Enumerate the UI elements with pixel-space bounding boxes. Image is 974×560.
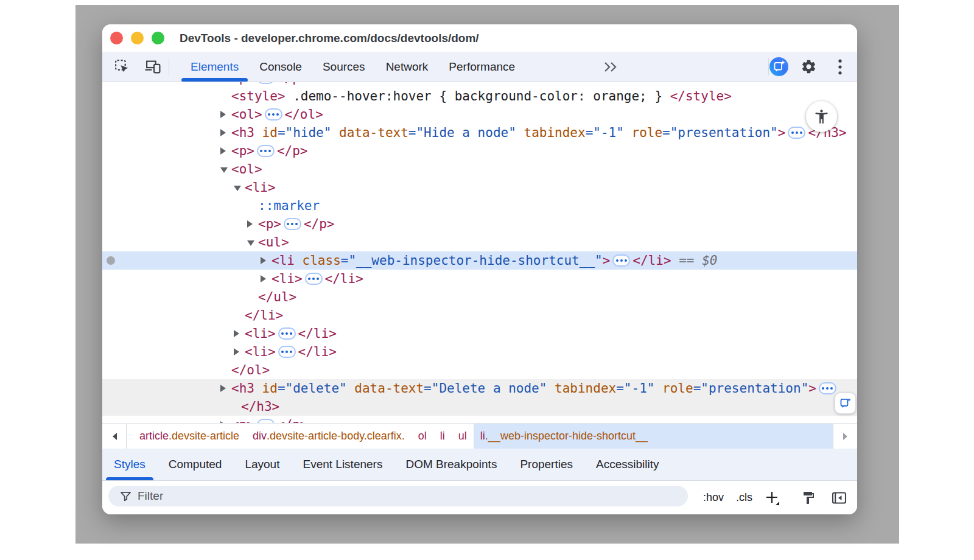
expand-arrow-icon[interactable] (220, 147, 226, 155)
device-toolbar-icon (145, 59, 161, 74)
tab-sources[interactable]: Sources (312, 52, 376, 82)
inline-expand-button[interactable] (257, 82, 275, 84)
code-token-tag: </p> (277, 144, 308, 158)
dock-panel-icon (832, 491, 847, 505)
inline-expand-button[interactable] (257, 145, 275, 157)
ai-assistant-icon (769, 57, 788, 76)
collapse-arrow-icon[interactable] (234, 186, 241, 191)
dom-tree-row[interactable]: </ol> (102, 361, 857, 379)
toggle-hov[interactable]: :hov (700, 489, 727, 506)
breadcrumb-item[interactable]: article.devsite-article (133, 424, 246, 449)
dom-tree-row[interactable]: </li> (102, 306, 857, 324)
dom-tree-row[interactable]: <h3 id="delete" data-text="Delete a node… (102, 379, 857, 397)
zoom-window-button[interactable] (152, 32, 164, 44)
code-token-value: ="-1" (616, 381, 654, 396)
dom-tree-row[interactable]: <p></p> (102, 142, 857, 160)
crumb-tag-name: ul (458, 430, 467, 443)
more-options-button[interactable] (830, 52, 850, 82)
inline-expand-button[interactable] (278, 346, 296, 358)
expand-arrow-icon[interactable] (234, 330, 239, 337)
more-tabs-button[interactable] (600, 52, 622, 82)
sidebar-tab-dom-breakpoints[interactable]: DOM Breakpoints (394, 449, 508, 480)
sidebar-tab-layout[interactable]: Layout (233, 449, 291, 480)
ai-assistance-floating-button[interactable] (835, 393, 856, 414)
tab-elements[interactable]: Elements (180, 52, 249, 82)
code-token-tag: </p> (304, 217, 335, 231)
inline-expand-button[interactable] (612, 254, 630, 267)
breadcrumb-item[interactable]: li.__web-inspector-hide-shortcut__ (474, 424, 833, 449)
expand-arrow-icon[interactable] (220, 129, 226, 136)
devtools-window: DevTools - developer.chrome.com/docs/dev… (102, 24, 857, 514)
expand-arrow-icon[interactable] (220, 111, 226, 118)
code-token-value: ="delete" (278, 381, 347, 396)
dom-tree-row[interactable]: </ul> (102, 288, 857, 306)
dom-tree-row[interactable]: <style> .demo--hover:hover { background-… (102, 87, 857, 105)
paint-roller-icon (801, 491, 816, 505)
dom-tree-row[interactable]: <li></li> (102, 270, 857, 288)
sidebar-tab-event-listeners[interactable]: Event Listeners (291, 449, 394, 480)
expand-arrow-icon[interactable] (247, 220, 253, 228)
close-window-button[interactable] (110, 32, 123, 44)
inline-expand-button[interactable] (819, 382, 836, 394)
breadcrumb-item[interactable]: ol (412, 424, 433, 449)
code-token-tag: <li> (245, 345, 276, 359)
expand-arrow-icon[interactable] (234, 348, 239, 355)
expand-arrow-icon[interactable] (261, 257, 266, 264)
code-token-value: ="presentation" (693, 381, 809, 396)
inline-expand-button[interactable] (305, 273, 323, 285)
sidebar-tab-accessibility[interactable]: Accessibility (584, 449, 670, 480)
three-dot-menu-icon (838, 59, 842, 75)
code-token-tag: </ol> (285, 107, 323, 122)
collapse-arrow-icon[interactable] (220, 167, 228, 173)
code-token-attr: role (624, 125, 662, 140)
accessibility-floating-button[interactable] (806, 101, 837, 132)
minimize-window-button[interactable] (131, 32, 144, 44)
settings-button[interactable] (798, 52, 819, 82)
styles-filter-bar: :hov.cls (102, 481, 857, 514)
breadcrumb-bar: article.devsite-articlediv.devsite-artic… (102, 423, 857, 449)
breadcrumb-scroll-left-button[interactable] (102, 424, 127, 449)
dom-tree-row[interactable]: <li></li> (102, 324, 857, 343)
filter-input-container (108, 486, 688, 506)
inline-expand-button[interactable] (265, 108, 282, 121)
breadcrumb-item[interactable]: li (433, 424, 452, 449)
toggle-device-toolbar-button[interactable] (142, 52, 163, 82)
code-token-tag: <li> (245, 180, 276, 195)
toggle-cls[interactable]: .cls (733, 489, 755, 506)
toggle-sidebar-button[interactable] (827, 481, 851, 514)
breadcrumb-scroll-right-button[interactable] (833, 424, 857, 449)
code-token-value: ="Delete a node" (424, 381, 547, 396)
sidebar-tab-properties[interactable]: Properties (508, 449, 584, 480)
dom-tree-row[interactable]: <p></p> (102, 416, 857, 423)
breadcrumb-item[interactable]: div.devsite-article-body.clearfix. (246, 424, 412, 449)
expand-arrow-icon[interactable] (220, 385, 226, 392)
inline-expand-button[interactable] (278, 327, 296, 340)
sidebar-tab-computed[interactable]: Computed (157, 449, 234, 480)
dom-tree-row[interactable]: ::marker (102, 197, 857, 215)
dom-tree-row[interactable]: <p></p> (102, 215, 857, 233)
dom-tree-row[interactable]: </h3> (102, 397, 857, 416)
styles-filter-input[interactable] (138, 489, 681, 503)
dom-tree-row[interactable]: <ul> (102, 233, 857, 251)
dom-tree-row[interactable]: <li></li> (102, 343, 857, 361)
expand-arrow-icon[interactable] (261, 275, 266, 282)
dom-tree-row[interactable]: <ol></ol> (102, 105, 857, 124)
rendering-emulation-button[interactable] (796, 481, 821, 514)
dom-tree-row[interactable]: <ol> (102, 160, 857, 178)
inline-expand-button[interactable] (788, 127, 805, 139)
sidebar-tab-styles[interactable]: Styles (102, 449, 157, 480)
collapse-arrow-icon[interactable] (247, 240, 254, 246)
inspect-element-button[interactable] (112, 52, 131, 82)
breadcrumb-item[interactable]: ul (452, 424, 474, 449)
tab-console[interactable]: Console (249, 52, 312, 82)
dom-tree-row[interactable]: <h3 id="hide" data-text="Hide a node" ta… (102, 124, 857, 142)
tab-network[interactable]: Network (376, 52, 439, 82)
tab-performance[interactable]: Performance (438, 52, 525, 82)
dom-tree-row[interactable]: <p></p> (102, 82, 857, 87)
inline-expand-button[interactable] (284, 218, 301, 230)
dom-tree-row[interactable]: <li> (102, 178, 857, 197)
ai-assistant-button[interactable] (768, 52, 789, 82)
inline-expand-button[interactable] (257, 419, 275, 424)
dom-tree-row[interactable]: <li class="__web-inspector-hide-shortcut… (102, 251, 857, 270)
new-style-rule-button[interactable] (760, 481, 784, 514)
